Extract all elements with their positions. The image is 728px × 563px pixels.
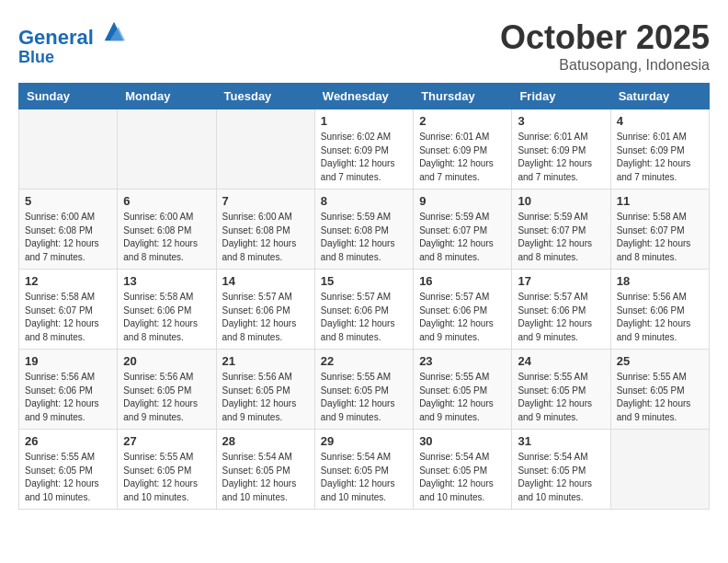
calendar-day: 22Sunrise: 5:55 AM Sunset: 6:05 PM Dayli… [314, 350, 413, 430]
weekday-row: SundayMondayTuesdayWednesdayThursdayFrid… [19, 84, 710, 109]
day-info: Sunrise: 5:56 AM Sunset: 6:06 PM Dayligh… [617, 291, 703, 344]
day-number: 28 [222, 434, 309, 448]
calendar-day: 17Sunrise: 5:57 AM Sunset: 6:06 PM Dayli… [512, 270, 610, 350]
day-info: Sunrise: 5:55 AM Sunset: 6:05 PM Dayligh… [321, 371, 407, 424]
calendar-day: 20Sunrise: 5:56 AM Sunset: 6:05 PM Dayli… [118, 350, 216, 430]
calendar-day: 10Sunrise: 5:59 AM Sunset: 6:07 PM Dayli… [512, 190, 610, 270]
calendar-day: 18Sunrise: 5:56 AM Sunset: 6:06 PM Dayli… [610, 270, 709, 350]
calendar-week: 19Sunrise: 5:56 AM Sunset: 6:06 PM Dayli… [19, 350, 710, 430]
calendar-day: 12Sunrise: 5:58 AM Sunset: 6:07 PM Dayli… [19, 270, 118, 350]
day-info: Sunrise: 5:58 AM Sunset: 6:07 PM Dayligh… [25, 291, 111, 344]
day-info: Sunrise: 6:00 AM Sunset: 6:08 PM Dayligh… [222, 211, 309, 264]
day-number: 7 [222, 194, 309, 208]
weekday-header: Thursday [414, 84, 512, 109]
day-number: 8 [321, 194, 407, 208]
day-info: Sunrise: 6:02 AM Sunset: 6:09 PM Dayligh… [321, 131, 407, 184]
calendar-day: 5Sunrise: 6:00 AM Sunset: 6:08 PM Daylig… [19, 190, 118, 270]
day-number: 4 [617, 114, 703, 128]
day-info: Sunrise: 5:55 AM Sunset: 6:05 PM Dayligh… [617, 371, 703, 424]
calendar-day: 4Sunrise: 6:01 AM Sunset: 6:09 PM Daylig… [610, 109, 709, 190]
day-number: 10 [518, 194, 604, 208]
day-number: 23 [419, 354, 506, 368]
calendar-day: 19Sunrise: 5:56 AM Sunset: 6:06 PM Dayli… [19, 350, 118, 430]
calendar-day: 6Sunrise: 6:00 AM Sunset: 6:08 PM Daylig… [118, 190, 216, 270]
calendar-day: 14Sunrise: 5:57 AM Sunset: 6:06 PM Dayli… [216, 270, 314, 350]
calendar-day: 29Sunrise: 5:54 AM Sunset: 6:05 PM Dayli… [314, 430, 413, 510]
day-number: 1 [321, 114, 407, 128]
page-header: General Blue October 2025 Batusopang, In… [18, 18, 710, 74]
weekday-header: Wednesday [314, 84, 413, 109]
calendar-day: 23Sunrise: 5:55 AM Sunset: 6:05 PM Dayli… [414, 350, 512, 430]
calendar-header: SundayMondayTuesdayWednesdayThursdayFrid… [19, 84, 710, 109]
calendar-day: 16Sunrise: 5:57 AM Sunset: 6:06 PM Dayli… [414, 270, 512, 350]
day-info: Sunrise: 5:56 AM Sunset: 6:05 PM Dayligh… [123, 371, 210, 424]
day-info: Sunrise: 5:56 AM Sunset: 6:05 PM Dayligh… [222, 371, 309, 424]
calendar-day: 7Sunrise: 6:00 AM Sunset: 6:08 PM Daylig… [216, 190, 314, 270]
calendar-day [610, 430, 709, 510]
day-info: Sunrise: 6:00 AM Sunset: 6:08 PM Dayligh… [25, 211, 111, 264]
day-info: Sunrise: 5:54 AM Sunset: 6:05 PM Dayligh… [222, 451, 309, 504]
day-number: 15 [321, 274, 407, 288]
calendar-day: 26Sunrise: 5:55 AM Sunset: 6:05 PM Dayli… [19, 430, 118, 510]
calendar-day: 9Sunrise: 5:59 AM Sunset: 6:07 PM Daylig… [414, 190, 512, 270]
weekday-header: Monday [118, 84, 216, 109]
calendar-day: 24Sunrise: 5:55 AM Sunset: 6:05 PM Dayli… [512, 350, 610, 430]
day-number: 9 [419, 194, 506, 208]
calendar-week: 5Sunrise: 6:00 AM Sunset: 6:08 PM Daylig… [19, 190, 710, 270]
day-number: 21 [222, 354, 309, 368]
day-number: 18 [617, 274, 703, 288]
day-number: 19 [25, 354, 111, 368]
day-info: Sunrise: 5:59 AM Sunset: 6:07 PM Dayligh… [419, 211, 506, 264]
title-block: October 2025 Batusopang, Indonesia [500, 18, 710, 74]
day-info: Sunrise: 5:57 AM Sunset: 6:06 PM Dayligh… [419, 291, 506, 344]
calendar-day [216, 109, 314, 190]
location: Batusopang, Indonesia [500, 57, 710, 74]
calendar-day: 1Sunrise: 6:02 AM Sunset: 6:09 PM Daylig… [314, 109, 413, 190]
day-number: 25 [617, 354, 703, 368]
weekday-header: Friday [512, 84, 610, 109]
day-info: Sunrise: 5:56 AM Sunset: 6:06 PM Dayligh… [25, 371, 111, 424]
day-info: Sunrise: 5:55 AM Sunset: 6:05 PM Dayligh… [419, 371, 506, 424]
day-info: Sunrise: 5:57 AM Sunset: 6:06 PM Dayligh… [222, 291, 309, 344]
day-number: 14 [222, 274, 309, 288]
calendar-day: 2Sunrise: 6:01 AM Sunset: 6:09 PM Daylig… [414, 109, 512, 190]
weekday-header: Saturday [610, 84, 709, 109]
day-info: Sunrise: 5:59 AM Sunset: 6:07 PM Dayligh… [518, 211, 604, 264]
day-info: Sunrise: 5:57 AM Sunset: 6:06 PM Dayligh… [518, 291, 604, 344]
day-info: Sunrise: 6:00 AM Sunset: 6:08 PM Dayligh… [123, 211, 210, 264]
day-number: 13 [123, 274, 210, 288]
day-number: 30 [419, 434, 506, 448]
day-info: Sunrise: 6:01 AM Sunset: 6:09 PM Dayligh… [518, 131, 604, 184]
calendar-day: 13Sunrise: 5:58 AM Sunset: 6:06 PM Dayli… [118, 270, 216, 350]
day-info: Sunrise: 5:57 AM Sunset: 6:06 PM Dayligh… [321, 291, 407, 344]
day-info: Sunrise: 5:58 AM Sunset: 6:06 PM Dayligh… [123, 291, 210, 344]
day-number: 3 [518, 114, 604, 128]
day-number: 26 [25, 434, 111, 448]
day-info: Sunrise: 5:58 AM Sunset: 6:07 PM Dayligh… [617, 211, 703, 264]
day-number: 2 [419, 114, 506, 128]
day-number: 24 [518, 354, 604, 368]
day-number: 5 [25, 194, 111, 208]
calendar-week: 1Sunrise: 6:02 AM Sunset: 6:09 PM Daylig… [19, 109, 710, 190]
calendar-day: 11Sunrise: 5:58 AM Sunset: 6:07 PM Dayli… [610, 190, 709, 270]
day-info: Sunrise: 5:54 AM Sunset: 6:05 PM Dayligh… [321, 451, 407, 504]
calendar-week: 12Sunrise: 5:58 AM Sunset: 6:07 PM Dayli… [19, 270, 710, 350]
day-info: Sunrise: 5:54 AM Sunset: 6:05 PM Dayligh… [518, 451, 604, 504]
calendar-day: 27Sunrise: 5:55 AM Sunset: 6:05 PM Dayli… [118, 430, 216, 510]
calendar-day: 8Sunrise: 5:59 AM Sunset: 6:08 PM Daylig… [314, 190, 413, 270]
day-info: Sunrise: 6:01 AM Sunset: 6:09 PM Dayligh… [617, 131, 703, 184]
day-info: Sunrise: 5:55 AM Sunset: 6:05 PM Dayligh… [518, 371, 604, 424]
day-number: 31 [518, 434, 604, 448]
calendar-day: 30Sunrise: 5:54 AM Sunset: 6:05 PM Dayli… [414, 430, 512, 510]
calendar-day: 25Sunrise: 5:55 AM Sunset: 6:05 PM Dayli… [610, 350, 709, 430]
day-number: 6 [123, 194, 210, 208]
calendar-day [19, 109, 118, 190]
day-number: 12 [25, 274, 111, 288]
calendar-table: SundayMondayTuesdayWednesdayThursdayFrid… [18, 83, 710, 510]
day-number: 17 [518, 274, 604, 288]
weekday-header: Tuesday [216, 84, 314, 109]
day-info: Sunrise: 5:54 AM Sunset: 6:05 PM Dayligh… [419, 451, 506, 504]
logo: General Blue [18, 18, 127, 67]
day-number: 11 [617, 194, 703, 208]
logo-text: General [18, 18, 127, 49]
